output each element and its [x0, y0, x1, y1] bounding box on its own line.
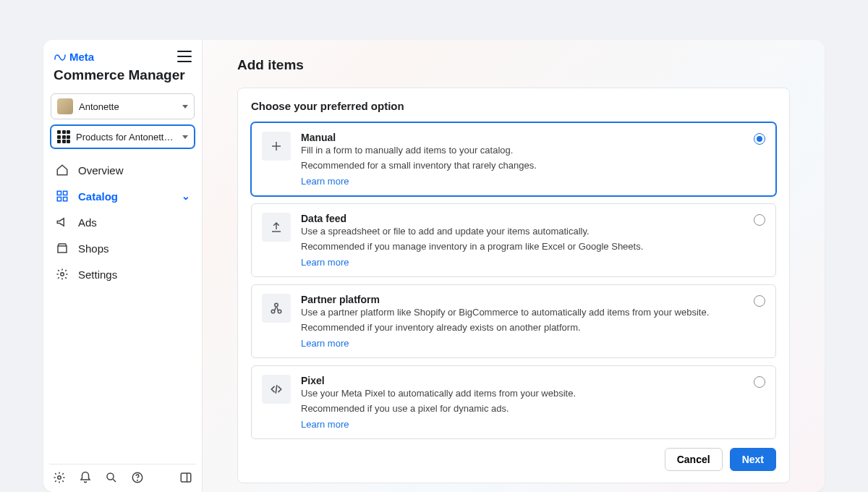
- help-icon[interactable]: [130, 470, 145, 485]
- option-manual[interactable]: Manual Fill in a form to manually add it…: [251, 122, 776, 196]
- option-partner-platform[interactable]: Partner platform Use a partner platform …: [251, 284, 776, 358]
- hamburger-menu-icon[interactable]: [177, 51, 192, 62]
- catalog-selector[interactable]: Products for Antonette pers...: [51, 125, 195, 148]
- svg-point-5: [58, 476, 61, 480]
- next-button[interactable]: Next: [730, 448, 776, 471]
- svg-point-10: [271, 310, 275, 313]
- option-recommendation: Recommended for a small inventory that r…: [301, 160, 744, 171]
- code-icon: [262, 375, 291, 404]
- card-footer: Cancel Next: [251, 448, 776, 471]
- option-pixel[interactable]: Pixel Use your Meta Pixel to automatical…: [251, 365, 776, 439]
- radio-indicator: [754, 295, 765, 307]
- integration-icon: [262, 294, 291, 323]
- option-recommendation: Recommended if you use a pixel for dynam…: [301, 403, 744, 414]
- svg-rect-3: [64, 198, 67, 201]
- meta-brand: Meta: [54, 50, 94, 63]
- panel-toggle-icon[interactable]: [179, 470, 193, 485]
- svg-rect-0: [57, 191, 61, 195]
- radio-indicator: [754, 376, 765, 388]
- cancel-button[interactable]: Cancel: [665, 448, 723, 471]
- svg-point-11: [278, 310, 281, 313]
- search-icon[interactable]: [104, 470, 119, 485]
- option-title: Pixel: [301, 375, 744, 386]
- account-selector[interactable]: Antonette: [51, 93, 195, 119]
- learn-more-link[interactable]: Learn more: [301, 338, 349, 349]
- meta-logo-icon: [54, 50, 67, 63]
- app-title: Commerce Manager: [49, 67, 196, 90]
- sidebar-item-label: Shops: [78, 242, 190, 255]
- svg-rect-2: [57, 198, 61, 201]
- learn-more-link[interactable]: Learn more: [301, 419, 349, 430]
- options-card: Choose your preferred option Manual Fill…: [237, 88, 790, 483]
- svg-point-12: [275, 303, 278, 307]
- chevron-down-icon: [182, 105, 188, 109]
- svg-rect-9: [181, 473, 191, 482]
- option-recommendation: Recommended if you manage inventory in a…: [301, 241, 744, 252]
- home-icon: [55, 163, 69, 177]
- svg-point-4: [61, 273, 64, 276]
- option-recommendation: Recommended if your inventory already ex…: [301, 322, 744, 333]
- account-selector-label: Antonette: [79, 101, 119, 112]
- sidebar-item-shops[interactable]: Shops: [49, 235, 196, 261]
- catalog-selector-label: Products for Antonette pers...: [76, 132, 176, 143]
- option-title: Manual: [301, 132, 744, 143]
- chevron-down-icon: [182, 135, 188, 139]
- grid-icon: [57, 130, 70, 143]
- learn-more-link[interactable]: Learn more: [301, 257, 349, 268]
- option-description: Use a spreadsheet or file to add and upd…: [301, 226, 744, 237]
- brand-name: Meta: [69, 51, 94, 63]
- radio-indicator: [754, 133, 765, 145]
- sidebar-item-label: Settings: [78, 268, 190, 281]
- main-content: Add items Choose your preferred option M…: [203, 40, 825, 492]
- chevron-down-icon: ⌄: [182, 190, 190, 202]
- account-avatar-icon: [57, 98, 73, 114]
- bell-icon[interactable]: [78, 470, 93, 485]
- option-title: Data feed: [301, 213, 744, 224]
- sidebar-item-label: Catalog: [78, 190, 173, 203]
- sidebar-item-catalog[interactable]: Catalog ⌄: [49, 183, 196, 209]
- plus-icon: [262, 132, 291, 161]
- megaphone-icon: [55, 215, 69, 229]
- sidebar-item-label: Overview: [78, 164, 190, 177]
- sidebar-bottom-bar: [49, 464, 196, 485]
- shop-icon: [55, 241, 69, 255]
- learn-more-link[interactable]: Learn more: [301, 176, 349, 187]
- card-header: Choose your preferred option: [251, 100, 776, 112]
- page-title: Add items: [237, 57, 790, 73]
- upload-icon: [262, 213, 291, 242]
- sidebar-item-ads[interactable]: Ads: [49, 209, 196, 235]
- sidebar-nav: Overview Catalog ⌄ Ads Shops: [49, 157, 196, 287]
- brand-row: Meta: [49, 47, 196, 67]
- option-title: Partner platform: [301, 294, 744, 305]
- sidebar: Meta Commerce Manager Antonette Products…: [43, 40, 203, 492]
- sidebar-item-settings[interactable]: Settings: [49, 261, 196, 287]
- catalog-icon: [55, 189, 69, 203]
- gear-icon: [55, 267, 69, 281]
- svg-point-8: [137, 480, 138, 480]
- option-description: Use a partner platform like Shopify or B…: [301, 307, 744, 318]
- radio-indicator: [754, 214, 765, 226]
- svg-rect-1: [64, 191, 67, 195]
- sidebar-item-overview[interactable]: Overview: [49, 157, 196, 183]
- option-description: Fill in a form to manually add items to …: [301, 145, 744, 156]
- gear-icon[interactable]: [52, 470, 67, 485]
- svg-point-6: [107, 473, 114, 480]
- option-data-feed[interactable]: Data feed Use a spreadsheet or file to a…: [251, 203, 776, 277]
- sidebar-item-label: Ads: [78, 216, 190, 229]
- option-description: Use your Meta Pixel to automatically add…: [301, 388, 744, 399]
- app-shell: Meta Commerce Manager Antonette Products…: [43, 40, 825, 492]
